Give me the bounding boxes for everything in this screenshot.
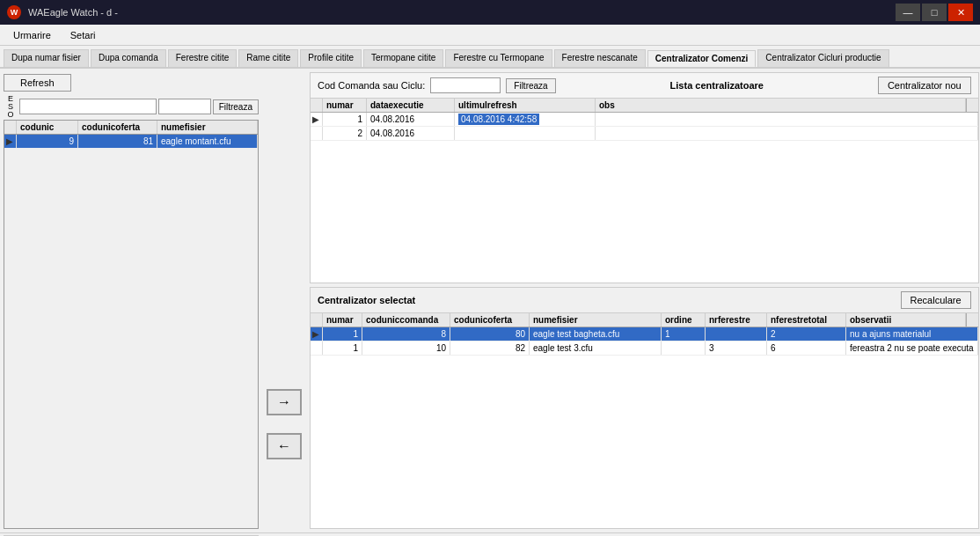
tab-dupa-numar-fisier[interactable]: Dupa numar fisier — [4, 49, 89, 67]
filtreaza-left-button[interactable]: Filtreaza — [213, 99, 259, 114]
th-top-ultimulrefresh: ultimulrefresh — [455, 99, 596, 112]
centralizator-nou-button[interactable]: Centralizator nou — [878, 77, 971, 94]
tab-ferestre-nescanate[interactable]: Ferestre nescanate — [554, 49, 646, 67]
td-bot-coduniccomanda: 10 — [362, 341, 450, 355]
refresh-button[interactable]: Refresh — [4, 74, 71, 92]
td-bot-nrferestre — [706, 327, 767, 341]
menu-bar: Urmarire Setari — [0, 25, 980, 46]
left-table: codunic codunicoferta numefisier ▶ 9 81 … — [4, 120, 259, 529]
td-codunicoferta: 81 — [78, 135, 157, 148]
td-codunic: 9 — [17, 135, 78, 148]
td-bot-codunicoferta: 80 — [450, 327, 530, 341]
tab-bar: Dupa numar fisier Dupa comanda Ferestre … — [0, 46, 980, 69]
td-bot-ordine: 1 — [662, 327, 706, 341]
tab-ferestre-citite[interactable]: Ferestre citite — [168, 49, 238, 67]
filter-label-o: O — [4, 111, 18, 119]
table-row[interactable]: ▶ 1 04.08.2016 04.08.2016 4:42:58 — [311, 113, 978, 127]
row-indicator: ▶ — [4, 135, 17, 148]
tab-profile-citite[interactable]: Profile citite — [300, 49, 362, 67]
ultimulrefresh-highlight: 04.08.2016 4:42:58 — [458, 114, 539, 125]
th-top-dataexecutie: dataexecutie — [367, 99, 455, 112]
td-bot-observatii: nu a ajuns materialul — [846, 327, 978, 341]
window-title: WAEagle Watch - d - — [28, 7, 118, 18]
td-bot-ordine — [662, 341, 706, 355]
filter-input-2[interactable] — [158, 99, 211, 114]
td-bot-nferestretotal: 2 — [767, 327, 846, 341]
arrow-right-button[interactable]: → — [267, 389, 302, 415]
close-button[interactable]: ✕ — [948, 4, 973, 21]
tab-centralizator-comenzi[interactable]: Centralizator Comenzi — [647, 50, 757, 68]
bottom-table: numar coduniccomanda codunicoferta numef… — [311, 313, 978, 528]
left-table-header: codunic codunicoferta numefisier — [4, 121, 258, 135]
td-bot-nrferestre: 3 — [706, 341, 767, 355]
window-controls: — □ ✕ — [896, 4, 973, 21]
table-row[interactable]: ▶ 9 81 eagle montant.cfu — [4, 135, 258, 149]
th-bot-nrferestre: nrferestre — [706, 313, 767, 327]
menu-item-urmarire[interactable]: Urmarire — [4, 27, 61, 43]
restore-button[interactable]: □ — [922, 4, 947, 21]
th-bot-numefisier: numefisier — [530, 313, 662, 327]
right-panel: Cod Comanda sau Ciclu: Filtreaza Lista c… — [310, 72, 979, 529]
horizontal-scrollbar-row — [0, 532, 980, 536]
top-right-table: numar dataexecutie ultimulrefresh obs ▶ … — [311, 99, 978, 283]
tab-ferestre-cu-termopane[interactable]: Ferestre cu Termopane — [445, 49, 552, 67]
row-indicator: ▶ — [311, 327, 323, 341]
filtreaza-right-button[interactable]: Filtreaza — [506, 78, 555, 93]
td-top-obs — [596, 127, 978, 140]
cod-comanda-label: Cod Comanda sau Ciclu: — [318, 80, 425, 91]
th-bot-coduniccomanda: coduniccomanda — [362, 313, 450, 327]
bottom-panel: Centralizator selectat Recalculare numar… — [310, 287, 979, 529]
td-bot-codunicoferta: 82 — [450, 341, 530, 355]
tab-dupa-comanda[interactable]: Dupa comanda — [91, 49, 166, 67]
scroll-spacer-top — [966, 99, 978, 112]
td-top-dataexecutie: 04.08.2016 — [367, 127, 455, 140]
filter-input-1[interactable] — [19, 99, 157, 114]
recalculare-button[interactable]: Recalculare — [901, 291, 971, 309]
th-indicator — [4, 121, 17, 134]
td-top-numar: 1 — [323, 113, 367, 126]
td-top-ultimulrefresh: 04.08.2016 4:42:58 — [455, 113, 596, 126]
td-numefisier: eagle montant.cfu — [157, 135, 258, 148]
row-indicator — [311, 341, 323, 355]
bottom-table-header: numar coduniccomanda codunicoferta numef… — [311, 313, 978, 327]
td-bot-numefisier: eagle test bagheta.cfu — [530, 327, 662, 341]
left-table-body: ▶ 9 81 eagle montant.cfu — [4, 135, 258, 528]
tab-rame-citite[interactable]: Rame citite — [238, 49, 298, 67]
cod-comanda-input[interactable] — [430, 77, 501, 93]
filter-labels: E S O — [4, 95, 18, 119]
arrow-left-button[interactable]: ← — [267, 433, 302, 459]
td-top-numar: 2 — [323, 127, 367, 140]
row-indicator: ▶ — [311, 113, 323, 126]
top-right-table-body: ▶ 1 04.08.2016 04.08.2016 4:42:58 2 04.0… — [311, 113, 978, 283]
main-content: Refresh E S O Filtreaza codunic codunico… — [0, 69, 980, 532]
arrow-panel: → ← — [262, 319, 306, 529]
td-bot-observatii: fereastra 2 nu se poate executa — [846, 341, 978, 355]
td-bot-coduniccomanda: 8 — [362, 327, 450, 341]
scroll-spacer-bot — [966, 313, 978, 327]
table-row[interactable]: ▶ 1 8 80 eagle test bagheta.cfu 1 2 nu a… — [311, 327, 978, 341]
app-icon: W — [7, 5, 21, 19]
tab-centralizator-cicluri[interactable]: Centralizator Cicluri productie — [757, 49, 889, 67]
th-bot-nferestretotal: nferestretotal — [767, 313, 846, 327]
bottom-table-body: ▶ 1 8 80 eagle test bagheta.cfu 1 2 nu a… — [311, 327, 978, 528]
minimize-button[interactable]: — — [896, 4, 920, 21]
tab-termopane-citite[interactable]: Termopane citite — [363, 49, 443, 67]
top-right-panel: Cod Comanda sau Ciclu: Filtreaza Lista c… — [310, 72, 979, 283]
table-row[interactable]: 1 10 82 eagle test 3.cfu 3 6 fereastra 2… — [311, 341, 978, 356]
bottom-header: Centralizator selectat Recalculare — [311, 288, 978, 313]
td-top-ultimulrefresh — [455, 127, 596, 140]
th-bot-indicator — [311, 313, 323, 327]
th-codunic: codunic — [17, 121, 78, 134]
td-bot-numar: 1 — [323, 341, 362, 355]
lista-centralizatoare-label: Lista centralizatoare — [653, 80, 781, 91]
table-row[interactable]: 2 04.08.2016 — [311, 127, 978, 141]
refresh-row: Refresh — [4, 72, 259, 93]
th-numefisier: numefisier — [157, 121, 258, 134]
td-top-dataexecutie: 04.08.2016 — [367, 113, 455, 126]
centralizator-selectat-label: Centralizator selectat — [318, 295, 415, 305]
td-bot-nferestretotal: 6 — [767, 341, 846, 355]
menu-item-setari[interactable]: Setari — [61, 27, 106, 43]
th-top-obs: obs — [596, 99, 966, 112]
th-bot-numar: numar — [323, 313, 362, 327]
td-top-obs — [596, 113, 978, 126]
